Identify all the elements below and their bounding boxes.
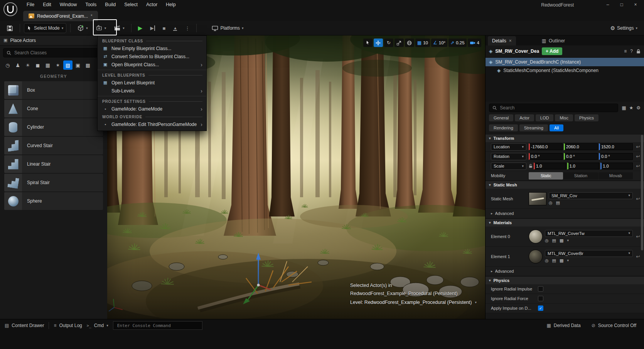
derived-data-button[interactable]: ▦ Derived Data [546, 323, 580, 328]
play-button[interactable]: ▶ [135, 23, 145, 33]
list-item-sphere[interactable]: Sphere [4, 192, 103, 210]
location-y-field[interactable]: 2060.0 [564, 143, 598, 150]
material-options-icon[interactable]: ▩ [560, 238, 563, 243]
rotation-x-field[interactable]: 0.0 ° [529, 153, 563, 160]
list-item-linear-stair[interactable]: Linear Stair [4, 155, 103, 173]
add-component-button[interactable]: + Add [542, 47, 562, 55]
filter-all[interactable]: All [550, 124, 563, 131]
search-classes-input[interactable] [13, 50, 101, 56]
play-options-kebab[interactable]: ⋮ [182, 23, 192, 33]
use-selected-asset-icon[interactable]: ◎ [549, 200, 553, 205]
filter-rendering[interactable]: Rendering [489, 124, 518, 131]
filter-actor[interactable]: Actor [515, 114, 534, 121]
tab-outliner[interactable]: ▥ Outliner [538, 36, 569, 45]
advanced-row[interactable]: ▸ Advanced [486, 209, 644, 218]
menu-item-convert-selection[interactable]: ⇄ Convert Selection to Blueprint Class..… [98, 52, 206, 60]
material-0-thumbnail[interactable] [529, 230, 543, 243]
tab-details[interactable]: Details × [488, 36, 516, 45]
content-drawer-button[interactable]: ▤ Content Drawer [5, 323, 44, 328]
list-item-cone[interactable]: Cone [4, 100, 103, 117]
volumes-category-icon[interactable]: ▣ [73, 60, 83, 70]
menu-file[interactable]: File [22, 0, 39, 10]
mobility-movable-button[interactable]: Movab [598, 172, 633, 180]
visual-effects-category-icon[interactable]: ✶ [53, 60, 62, 70]
static-mesh-thumbnail[interactable] [529, 192, 546, 205]
menu-item-sub-levels[interactable]: Sub-Levels › [98, 87, 206, 95]
menu-select[interactable]: Select [120, 0, 142, 10]
section-materials[interactable]: ▾ Materials [486, 218, 644, 227]
browse-asset-icon[interactable]: ▤ [552, 238, 556, 243]
material-1-thumbnail[interactable] [529, 250, 543, 263]
menu-tools[interactable]: Tools [81, 0, 101, 10]
stop-button[interactable]: ■ [160, 23, 169, 33]
cinematic-category-icon[interactable]: ▦ [43, 60, 52, 70]
menu-actor[interactable]: Actor [142, 0, 162, 10]
close-icon[interactable]: × [509, 38, 512, 44]
ignore-radial-force-checkbox[interactable]: ✓ [538, 296, 543, 301]
shapes-category-icon[interactable]: ◼ [33, 60, 42, 70]
tree-row-root[interactable]: ◈ SM_RW_Cover_DeadBranchC (Instance) [486, 58, 644, 66]
favorites-icon[interactable]: ★ [629, 105, 633, 111]
select-tool-button[interactable] [363, 39, 373, 47]
maximize-button[interactable]: □ [615, 0, 629, 10]
add-content-button[interactable]: ▾ [74, 23, 91, 33]
scale-tool-button[interactable] [394, 39, 404, 47]
list-item-cylinder[interactable]: Cylinder [4, 118, 103, 136]
reset-static-mesh-button[interactable]: ↩ [635, 196, 641, 201]
location-x-field[interactable]: -17660.0 [529, 143, 563, 150]
list-item-spiral-stair[interactable]: Spiral Stair [4, 174, 103, 191]
settings-gear-icon[interactable]: ⚙ [636, 105, 641, 111]
scale-snap-toggle[interactable]: ⇗ 0.25 [448, 39, 466, 47]
menu-build[interactable]: Build [101, 0, 120, 10]
lock-icon[interactable] [636, 49, 641, 54]
console-command-input[interactable] [116, 323, 199, 329]
lights-category-icon[interactable]: ☀ [23, 60, 32, 70]
scale-dropdown[interactable]: Scale ▾ [491, 163, 526, 170]
advanced-row[interactable]: ▸ Advanced [486, 267, 644, 276]
chevron-down-icon[interactable]: ▾ [567, 259, 569, 262]
material-0-asset-dropdown[interactable]: MTL_RW_CoverTw ▾ [545, 230, 633, 237]
section-physics[interactable]: ▾ Physics [486, 276, 644, 284]
static-mesh-asset-dropdown[interactable]: SM_RW_Cov ▾ [549, 192, 633, 199]
filter-general[interactable]: General [489, 114, 513, 121]
menu-item-gamemode-override[interactable]: ● GameMode: Edit ThirdPersonGameMode › [98, 120, 206, 128]
menu-edit[interactable]: Edit [39, 0, 56, 10]
reset-material-0-button[interactable]: ↩ [635, 234, 641, 239]
details-options-icon[interactable]: ≡ [624, 49, 627, 54]
rotation-snap-toggle[interactable]: ∠ 10° [431, 39, 447, 47]
reset-rotation-button[interactable]: ↩ [635, 154, 641, 159]
save-button[interactable] [4, 23, 16, 33]
section-static-mesh[interactable]: ▾ Static Mesh [486, 181, 644, 189]
details-search-box[interactable] [489, 104, 618, 112]
reset-scale-button[interactable]: ↩ [635, 163, 641, 169]
menu-item-open-blueprint-class[interactable]: ▣ Open Blueprint Class... › [98, 60, 206, 69]
location-dropdown[interactable]: Location ▾ [491, 143, 526, 151]
filter-lod[interactable]: LOD [536, 114, 554, 121]
eject-button[interactable]: ▲ [170, 23, 180, 33]
list-item-box[interactable]: Box [4, 81, 103, 99]
display-options-icon[interactable]: ▦ [622, 105, 626, 111]
apply-impulse-checkbox[interactable]: ✓ [538, 305, 543, 311]
reset-material-1-button[interactable]: ↩ [635, 254, 641, 259]
console-command-box[interactable] [113, 321, 202, 330]
browse-asset-icon[interactable]: ▤ [556, 200, 560, 205]
scale-z-field[interactable]: 1.0 [600, 163, 633, 169]
scale-x-field[interactable]: 1.0 [534, 163, 566, 169]
rotation-y-field[interactable]: 0.0 ° [564, 153, 598, 160]
frame-skip-button[interactable]: ▶ [147, 23, 157, 33]
menu-item-open-level-blueprint[interactable]: ▦ Open Level Blueprint [98, 79, 206, 87]
geometry-category-icon[interactable]: ▧ [63, 60, 72, 70]
minimize-button[interactable]: – [601, 0, 615, 10]
settings-dropdown[interactable]: ⚙ Settings ▾ [608, 23, 640, 33]
filter-misc[interactable]: Misc [555, 114, 573, 121]
select-mode-dropdown[interactable]: Select Mode ▾ [24, 23, 66, 33]
filter-physics[interactable]: Physics [575, 114, 598, 121]
use-selected-asset-icon[interactable]: ◎ [545, 238, 549, 243]
class-search-box[interactable] [3, 48, 104, 57]
mobility-stationary-button[interactable]: Station [563, 172, 598, 180]
rotate-tool-button[interactable]: ↻ [384, 39, 393, 47]
cmd-dropdown[interactable]: >_ Cmd ▾ [87, 323, 108, 328]
ignore-radial-impulse-checkbox[interactable]: ✓ [538, 286, 543, 292]
tree-row-component[interactable]: ◈ StaticMeshComponent (StaticMeshCompone… [486, 66, 644, 75]
location-z-field[interactable]: 1520.0 [599, 143, 633, 150]
